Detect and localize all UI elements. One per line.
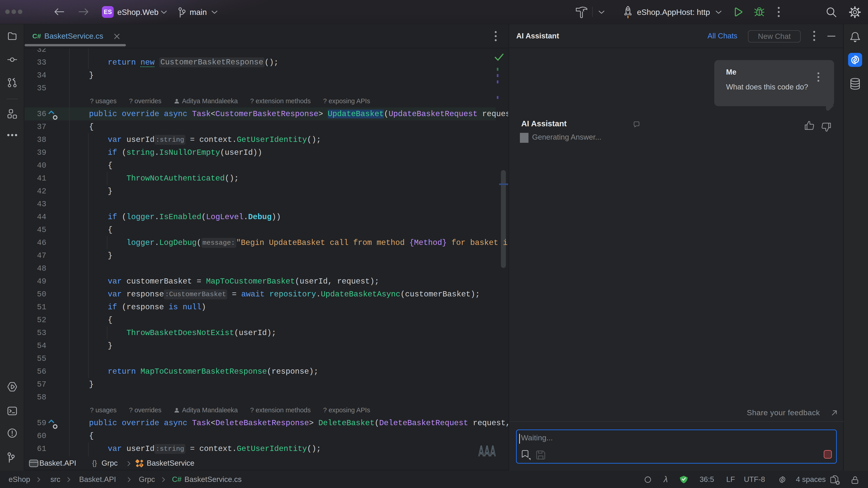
svg-text:T: T <box>140 463 142 467</box>
